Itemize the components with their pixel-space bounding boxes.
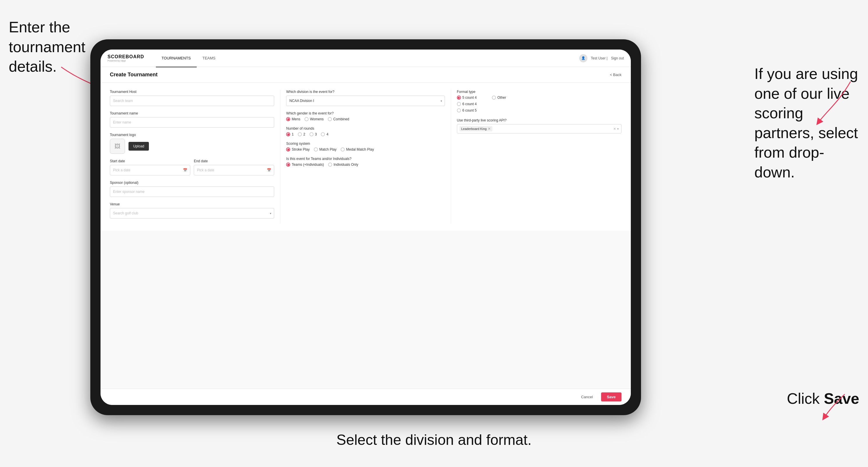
teams-plus-radio[interactable]: [286, 162, 290, 167]
main-content: Tournament Host Tournament name Tourname…: [100, 83, 631, 388]
teams-radio-group: Teams (+Individuals) Individuals Only: [286, 162, 445, 167]
individuals-only[interactable]: Individuals Only: [328, 162, 359, 167]
scoring-radio-group: Stroke Play Match Play Medal Match Play: [286, 148, 445, 152]
tournament-host-input[interactable]: [110, 96, 274, 106]
format-6count4[interactable]: 6 count 4: [457, 102, 477, 106]
rounds-2[interactable]: 2: [298, 132, 305, 136]
sign-out-link[interactable]: Sign out: [611, 56, 624, 60]
cancel-button[interactable]: Cancel: [576, 393, 597, 401]
scoring-match-label: Match Play: [319, 148, 337, 152]
gender-combined[interactable]: Combined: [328, 117, 349, 121]
scoring-match[interactable]: Match Play: [314, 148, 337, 152]
nav-tab-tournaments[interactable]: TOURNAMENTS: [156, 50, 197, 67]
nav-tab-teams[interactable]: TEAMS: [197, 50, 221, 67]
form-grid: Tournament Host Tournament name Tourname…: [110, 90, 621, 224]
gender-mens-label: Mens: [292, 117, 300, 121]
live-scoring-label: Use third-party live scoring API?: [457, 118, 621, 122]
sponsor-input[interactable]: [110, 186, 274, 197]
rounds-1-radio[interactable]: [286, 132, 290, 136]
scoring-stroke[interactable]: Stroke Play: [286, 148, 309, 152]
rounds-4-radio[interactable]: [321, 132, 325, 136]
format-6count5-radio[interactable]: [457, 108, 461, 113]
form-col-2: Which division is the event for? NCAA Di…: [280, 90, 451, 224]
format-5count4-label: 5 count 4: [462, 96, 477, 100]
format-other-label: Other: [497, 96, 506, 100]
form-col-3: Format type 5 count 4 Other: [451, 90, 621, 224]
live-scoring-tag: Leaderboard King ✕: [460, 126, 492, 131]
live-scoring-value: Leaderboard King: [461, 127, 487, 130]
scoring-medal-radio[interactable]: [341, 148, 345, 152]
annotation-topright: If you are using one of our live scoring…: [754, 64, 859, 182]
format-6count5[interactable]: 6 count 5: [457, 108, 477, 113]
scoring-medal[interactable]: Medal Match Play: [341, 148, 374, 152]
gender-combined-radio[interactable]: [328, 117, 332, 121]
division-select-wrap: NCAA Division I ▾: [286, 96, 445, 106]
form-col-1: Tournament Host Tournament name Tourname…: [110, 90, 280, 224]
gender-mens[interactable]: Mens: [286, 117, 300, 121]
division-select[interactable]: NCAA Division I: [286, 96, 445, 106]
format-row-2: 6 count 4: [457, 102, 621, 106]
teams-group: Is this event for Teams and/or Individua…: [286, 157, 445, 167]
format-type-label: Format type: [457, 90, 621, 94]
format-5count4[interactable]: 5 count 4: [457, 96, 477, 100]
logo-text: SCOREBOARD: [107, 54, 144, 59]
logo-preview: 🖼: [110, 139, 125, 154]
back-link[interactable]: < Back: [610, 72, 621, 77]
scoring-stroke-label: Stroke Play: [292, 148, 309, 152]
teams-plus-label: Teams (+Individuals): [292, 162, 324, 167]
gender-womens[interactable]: Womens: [305, 117, 324, 121]
venue-input[interactable]: [110, 208, 274, 218]
live-scoring-clear-icon[interactable]: ✕: [613, 127, 616, 131]
live-scoring-remove[interactable]: ✕: [488, 127, 491, 131]
individuals-only-radio[interactable]: [328, 162, 332, 167]
gender-label: Which gender is the event for?: [286, 111, 445, 115]
calendar-icon-start: 📅: [183, 168, 187, 172]
scoring-medal-label: Medal Match Play: [346, 148, 374, 152]
gender-radio-group: Mens Womens Combined: [286, 117, 445, 121]
gender-womens-radio[interactable]: [305, 117, 309, 121]
logo-sub: Powered by clippi: [107, 59, 144, 62]
rounds-4-label: 4: [326, 132, 329, 136]
teams-plus-individuals[interactable]: Teams (+Individuals): [286, 162, 324, 167]
venue-group: Venue ▾: [110, 202, 274, 218]
format-row-3: 6 count 5: [457, 108, 621, 113]
division-label: Which division is the event for?: [286, 90, 445, 94]
rounds-2-label: 2: [303, 132, 305, 136]
format-other[interactable]: Other: [492, 96, 506, 100]
format-6count4-radio[interactable]: [457, 102, 461, 106]
top-nav: SCOREBOARD Powered by clippi TOURNAMENTS…: [100, 50, 631, 67]
teams-label: Is this event for Teams and/or Individua…: [286, 157, 445, 161]
annotation-topleft: Enter the tournament details.: [9, 18, 90, 76]
start-date-input[interactable]: [110, 165, 190, 176]
rounds-3[interactable]: 3: [309, 132, 317, 136]
start-date-group: Start date 📅: [110, 159, 190, 176]
nav-right: 👤 Test User | Sign out: [579, 54, 624, 62]
live-scoring-group: Use third-party live scoring API? Leader…: [457, 118, 621, 133]
live-scoring-controls: ✕ ▾: [613, 127, 619, 131]
end-date-input[interactable]: [194, 165, 274, 176]
annotation-bottomright: Click Save: [787, 389, 859, 409]
user-avatar: 👤: [579, 54, 587, 62]
gender-mens-radio[interactable]: [286, 117, 290, 121]
rounds-1[interactable]: 1: [286, 132, 294, 136]
user-name: Test User |: [591, 56, 608, 60]
scoring-stroke-radio[interactable]: [286, 148, 290, 152]
live-scoring-wrap[interactable]: Leaderboard King ✕ ✕ ▾: [457, 124, 621, 133]
tournament-name-input[interactable]: [110, 117, 274, 128]
rounds-3-radio[interactable]: [309, 132, 313, 136]
save-button[interactable]: Save: [601, 393, 621, 401]
live-scoring-dropdown-icon[interactable]: ▾: [617, 127, 619, 131]
rounds-2-radio[interactable]: [298, 132, 302, 136]
rounds-4[interactable]: 4: [321, 132, 329, 136]
sponsor-group: Sponsor (optional): [110, 181, 274, 197]
date-row: Start date 📅 End date: [110, 159, 274, 176]
format-5count4-radio[interactable]: [457, 96, 461, 100]
rounds-1-label: 1: [292, 132, 294, 136]
tournament-logo-label: Tournament logo: [110, 133, 274, 137]
logo-upload-area: 🖼 Upload: [110, 139, 274, 154]
format-type-list: 5 count 4 Other: [457, 96, 621, 113]
upload-button[interactable]: Upload: [128, 142, 149, 151]
dates-group: Start date 📅 End date: [110, 159, 274, 176]
format-other-radio[interactable]: [492, 96, 496, 100]
scoring-match-radio[interactable]: [314, 148, 318, 152]
